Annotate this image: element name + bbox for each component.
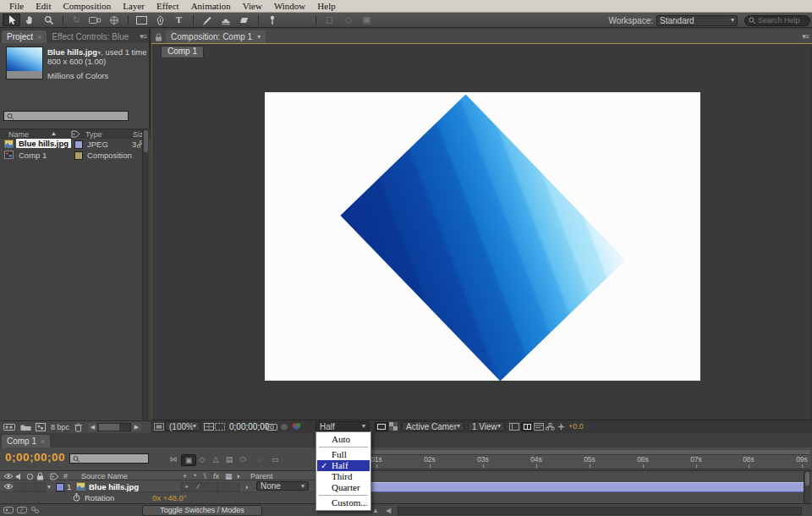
column-source-name[interactable]: Source Name [81, 472, 128, 480]
time-ruler[interactable]: 01s 02s 03s 04s 05s 06s 07s 08s 09s [370, 450, 810, 469]
motion-blur-icon[interactable]: ▤ [223, 454, 235, 464]
project-vertical-scrollbar[interactable] [142, 129, 149, 420]
project-search-box[interactable] [3, 111, 129, 121]
transparency-grid-icon[interactable] [389, 422, 398, 431]
scrollbar-thumb[interactable] [805, 472, 809, 486]
label-color-swatch[interactable] [74, 140, 83, 149]
rotation-value[interactable]: 0x +48.0° [152, 493, 187, 502]
menu-item-half[interactable]: Half [317, 460, 370, 471]
frame-blend-switch[interactable] [217, 482, 228, 491]
expand-layer-switches-icon[interactable] [3, 506, 14, 514]
snapshot-camera-icon[interactable] [266, 423, 277, 431]
resolution-dropdown[interactable]: Half▾ [315, 421, 370, 431]
auto-keyframe-icon[interactable]: ◌ [254, 454, 266, 464]
tab-project[interactable]: Project× [2, 30, 47, 43]
parent-pickwhip-icon[interactable]: ◗ [244, 483, 249, 491]
item-name[interactable]: Blue hills.jpg [16, 139, 71, 148]
timeline-vertical-scrollbar[interactable] [804, 471, 811, 503]
timeline-horizontal-scrollbar[interactable] [398, 507, 802, 515]
pan-behind-tool-icon[interactable] [105, 14, 123, 26]
graph-editor-icon[interactable]: ▭ [269, 454, 281, 464]
lock-switch-cell[interactable] [35, 482, 46, 491]
region-of-interest-icon[interactable] [215, 423, 225, 431]
close-icon[interactable]: × [37, 33, 41, 41]
current-timecode[interactable]: 0;00;00;00 [5, 451, 65, 464]
scroll-right-arrow[interactable]: ▶ [132, 423, 141, 431]
panel-menu-icon[interactable]: ▾≡ [140, 32, 146, 41]
tab-effect-controls[interactable]: Effect Controls: Blue h [47, 30, 131, 43]
zoom-out-mountain-icon[interactable]: ▲ [372, 507, 379, 514]
new-folder-icon[interactable] [20, 423, 31, 431]
rotation-property-row[interactable]: Rotation 0x +48.0° [0, 492, 369, 502]
show-snapshot-icon[interactable] [280, 423, 288, 431]
viewer-timecode[interactable]: 0;00;00;00 [229, 422, 269, 431]
toggle-switches-modes-button[interactable]: Toggle Switches / Modes [142, 505, 262, 516]
zoom-tool-icon[interactable] [40, 14, 58, 26]
close-icon[interactable]: × [41, 437, 45, 446]
label-column-icon[interactable] [50, 473, 59, 480]
audio-icon[interactable] [15, 473, 24, 480]
menu-item-full[interactable]: Full [317, 449, 370, 460]
shape-tool-icon[interactable] [133, 14, 151, 26]
lock-icon[interactable] [36, 472, 44, 480]
view-layout-dropdown[interactable]: 1 View▾ [468, 421, 505, 431]
column-name[interactable]: Name [8, 130, 29, 139]
eye-icon[interactable] [3, 473, 14, 480]
eraser-tool-icon[interactable] [235, 14, 253, 26]
scroll-left-arrow[interactable]: ◀ [88, 423, 97, 431]
menu-item-third[interactable]: Third [317, 471, 370, 482]
chevron-down-icon[interactable]: ▾ [257, 34, 261, 41]
menu-item-auto[interactable]: Auto [317, 434, 370, 445]
layer-row[interactable]: ▾ 1 Blue hills.jpg + ∕ ◗ None▾ [0, 480, 369, 492]
project-row-blue-hills[interactable]: Blue hills.jpg JPEG 3 [0, 139, 151, 151]
menu-help[interactable]: Help [311, 0, 341, 13]
tab-timeline-comp1[interactable]: Comp 1× [2, 435, 50, 447]
menu-layer[interactable]: Layer [117, 0, 151, 13]
column-type[interactable]: Type [85, 130, 102, 139]
exposure-icon[interactable] [557, 422, 566, 431]
menu-file[interactable]: File [3, 0, 30, 13]
draft-3d-icon[interactable]: ◇ [196, 454, 208, 464]
mini-flowchart-icon[interactable]: ⋈ [167, 454, 179, 464]
lock-icon[interactable] [155, 33, 162, 41]
region-of-interest-toggle-icon[interactable] [375, 422, 388, 431]
workspace-dropdown[interactable]: Standard ▾ [656, 15, 738, 26]
local-axis-mode-icon[interactable]: ◻ [321, 14, 338, 26]
bit-depth-label[interactable]: 8 bpc [51, 423, 69, 431]
flowchart-button-icon[interactable] [546, 423, 555, 431]
column-parent[interactable]: Parent [250, 472, 273, 480]
composition-canvas[interactable] [265, 92, 700, 381]
menu-effect[interactable]: Effect [151, 0, 185, 13]
always-preview-icon[interactable] [154, 423, 164, 431]
menu-edit[interactable]: Edit [30, 0, 57, 13]
solo-icon[interactable] [26, 473, 34, 480]
expand-triangle-icon[interactable]: ▾ [47, 484, 51, 491]
help-search-box[interactable] [744, 15, 810, 26]
project-search-input[interactable] [14, 111, 125, 121]
world-axis-mode-icon[interactable]: ◇ [339, 14, 357, 26]
menu-animation[interactable]: Animation [185, 0, 237, 13]
3d-view-dropdown[interactable]: Active Camera▾ [402, 421, 464, 431]
expand-in-out-panes-icon[interactable] [30, 506, 40, 514]
magnification-dropdown[interactable]: (100%)▾ [165, 421, 200, 431]
layer-duration-bar[interactable] [370, 482, 809, 492]
menu-composition[interactable]: Composition [57, 0, 117, 13]
rotated-footage-layer[interactable] [340, 95, 625, 382]
pen-tool-icon[interactable] [151, 14, 169, 26]
show-channel-icon[interactable] [291, 422, 302, 431]
trash-icon[interactable] [74, 423, 82, 432]
text-tool-icon[interactable]: T [170, 14, 188, 26]
quality-switch[interactable]: ∕ [193, 482, 204, 491]
layer-label-swatch[interactable] [56, 483, 64, 491]
stopwatch-icon[interactable] [73, 493, 80, 502]
viewer-tab-comp1[interactable]: Comp 1 [161, 46, 204, 58]
menu-view[interactable]: View [237, 0, 268, 13]
label-color-swatch[interactable] [74, 151, 83, 160]
timeline-search-box[interactable] [69, 453, 149, 464]
composition-viewer[interactable]: Comp 1 [151, 44, 812, 420]
scrollbar-thumb[interactable] [99, 424, 119, 431]
timeline-track-area[interactable] [370, 470, 812, 504]
motion-blur-switch[interactable] [228, 482, 239, 491]
menu-window[interactable]: Window [268, 0, 311, 13]
anchor-switch[interactable]: + [181, 482, 192, 491]
